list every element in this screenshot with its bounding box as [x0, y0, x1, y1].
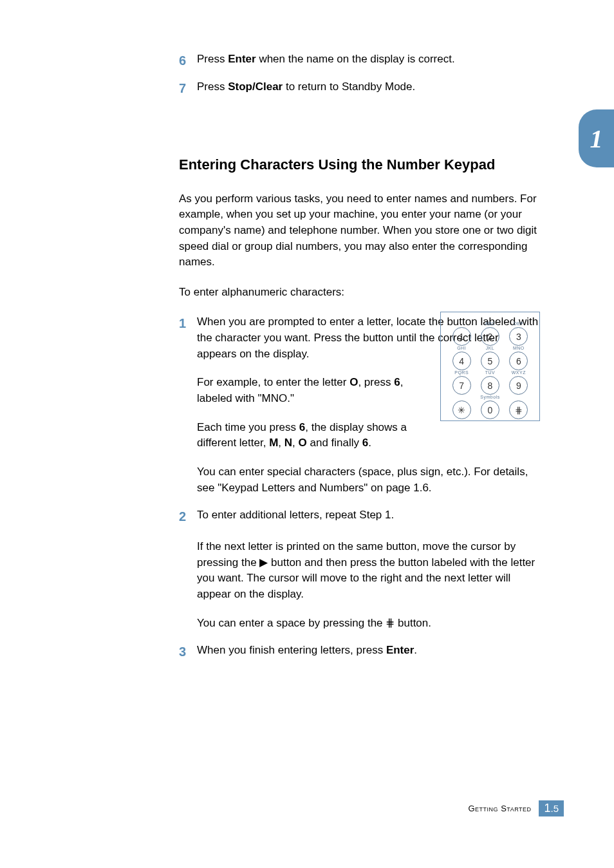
step-number: 3	[179, 643, 197, 661]
chapter-tab-number: 1	[590, 124, 603, 154]
step: 3When you finish entering letters, press…	[179, 643, 539, 661]
footer-section-label: Getting Started	[468, 804, 531, 813]
footer-page-number: 1.5	[539, 800, 564, 816]
keypad-key-button: 0	[481, 401, 499, 419]
keypad-key: GHI4	[451, 346, 472, 370]
step-text: When you finish entering letters, press …	[197, 643, 539, 659]
section-heading: Entering Characters Using the Number Key…	[179, 156, 539, 175]
chapter-tab: 1	[579, 109, 614, 167]
step: 6Press Enter when the name on the displa…	[179, 52, 539, 70]
keypad-row: ✳Symbols0⋕	[447, 395, 533, 419]
step-subtext: Each time you press 6, the display shows…	[197, 420, 435, 451]
step-number: 7	[179, 79, 197, 98]
paragraph: To enter alphanumeric characters:	[179, 285, 539, 301]
keypad-key: JKL5	[479, 346, 500, 370]
step-number: 1	[179, 314, 197, 333]
keypad-illustration: 1ABC2DEF3GHI4JKL5MNO6PQRS7TUV8WXYZ9✳Symb…	[440, 312, 540, 421]
keypad-key: PQRS7	[451, 370, 472, 395]
continued-steps: 6Press Enter when the name on the displa…	[179, 52, 539, 98]
step-text: Press Enter when the name on the display…	[197, 52, 539, 68]
keypad-key: ✳	[451, 399, 472, 419]
keypad-key: ABC2	[479, 321, 500, 346]
keypad-key: ⋕	[508, 399, 529, 419]
keypad-key-label: WXYZ	[512, 370, 526, 375]
keypad-key: WXYZ9	[508, 370, 529, 395]
keypad-row: 1ABC2DEF3	[447, 321, 533, 346]
keypad-key-button: ⋕	[509, 401, 528, 419]
keypad-row: GHI4JKL5MNO6	[447, 346, 533, 370]
keypad-row: PQRS7TUV8WXYZ9	[447, 370, 533, 395]
keypad-key-button: 1	[452, 327, 471, 346]
keypad-key-button: 5	[481, 352, 499, 370]
step-text: To enter additional letters, repeat Step…	[197, 507, 539, 524]
keypad-key-button: 8	[481, 376, 499, 395]
step: 2To enter additional letters, repeat Ste…	[179, 507, 539, 631]
step-subtext: For example, to enter the letter O, pres…	[197, 375, 435, 406]
keypad-key-button: 9	[509, 376, 528, 395]
keypad-key-label: PQRS	[454, 370, 469, 375]
paragraph: As you perform various tasks, you need t…	[179, 191, 539, 270]
keypad-key: Symbols0	[479, 395, 500, 419]
keypad-key-label: GHI	[457, 346, 466, 350]
keypad-key-button: 7	[452, 376, 471, 395]
keypad-key-label: Symbols	[480, 395, 499, 399]
keypad-key-button: ✳	[452, 401, 471, 419]
keypad-key-label: TUV	[485, 370, 496, 375]
keypad-key: TUV8	[479, 370, 500, 395]
keypad-key: 1	[451, 326, 472, 346]
page-footer: Getting Started 1.5	[468, 800, 564, 816]
step-subtext: You can enter a space by pressing the ⋕ …	[197, 616, 539, 632]
keypad-key: MNO6	[508, 346, 529, 370]
keypad-key-label: DEF	[514, 321, 524, 326]
keypad-key-button: 6	[509, 352, 528, 370]
keypad-key-label: JKL	[486, 346, 495, 350]
step-number: 6	[179, 52, 197, 70]
keypad-key: DEF3	[508, 321, 529, 346]
keypad-key-label: ABC	[485, 321, 496, 326]
keypad-key-label: MNO	[513, 346, 525, 350]
step-subtext: You can enter special characters (space,…	[197, 464, 539, 496]
step-text: Press Stop/Clear to return to Standby Mo…	[197, 79, 539, 95]
step: 7Press Stop/Clear to return to Standby M…	[179, 79, 539, 98]
keypad-key-button: 2	[481, 327, 499, 346]
step-subtext: If the next letter is printed on the sam…	[197, 539, 539, 603]
step-number: 2	[179, 507, 197, 526]
keypad-key-button: 3	[509, 327, 528, 346]
keypad-key-button: 4	[452, 352, 471, 370]
intro-paragraphs: As you perform various tasks, you need t…	[179, 191, 539, 301]
